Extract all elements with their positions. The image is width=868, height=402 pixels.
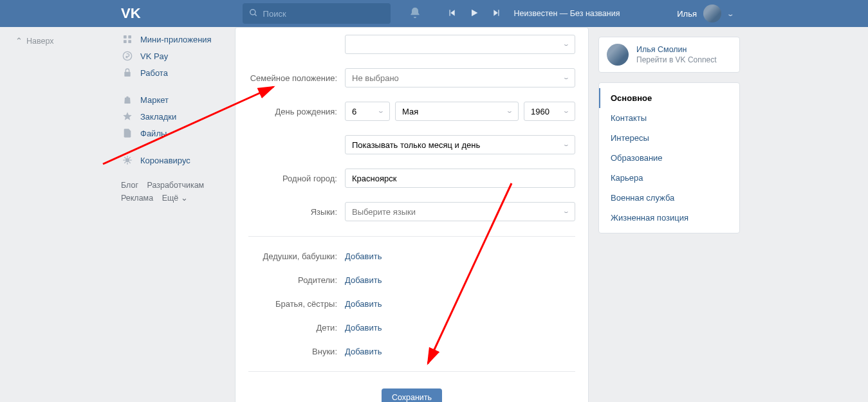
user-menu[interactable]: Илья ⌄: [677, 5, 733, 23]
label: [248, 40, 345, 50]
save-button[interactable]: Сохранить: [382, 388, 442, 402]
tab-military[interactable]: Военная служба: [599, 188, 739, 208]
chevron-down-icon: ⌄: [181, 194, 188, 203]
svg-rect-4: [124, 40, 127, 43]
languages-label: Языки:: [248, 207, 345, 217]
tab-career[interactable]: Карьера: [599, 168, 739, 188]
hometown-input[interactable]: [345, 169, 575, 188]
add-grandchildren-link[interactable]: Добавить: [345, 347, 382, 356]
avatar-icon: [607, 44, 629, 66]
hometown-label: Родной город:: [248, 174, 345, 183]
chevron-down-icon: ⌄: [562, 75, 570, 80]
track-title[interactable]: Неизвестен — Без названия: [514, 9, 620, 18]
children-label: Дети:: [248, 323, 345, 333]
birthday-label: День рождения:: [248, 107, 345, 116]
search-input[interactable]: [263, 9, 384, 19]
svg-rect-5: [128, 40, 131, 43]
nav-label: Мини-приложения: [140, 35, 212, 44]
nav-item-files[interactable]: Файлы: [121, 125, 227, 142]
ruble-icon: [121, 51, 134, 61]
chevron-down-icon: ⌄: [562, 209, 570, 214]
svg-point-0: [250, 9, 255, 14]
footer-links: Блог Разработчикам Реклама Ещё ⌄: [121, 169, 227, 205]
nav-label: Маркет: [140, 95, 169, 105]
birth-month-select[interactable]: Мая⌄: [395, 102, 519, 121]
vk-logo[interactable]: VK: [121, 5, 141, 22]
right-sidebar: Илья Смолин Перейти в VK Connect Основно…: [598, 27, 740, 233]
marital-label: Семейное положение:: [248, 73, 345, 83]
search-icon: [249, 8, 258, 19]
nav-item-mini-apps[interactable]: Мини-приложения: [121, 31, 227, 48]
avatar-icon: [703, 5, 721, 23]
svg-rect-2: [124, 35, 127, 39]
tab-education[interactable]: Образование: [599, 148, 739, 168]
tab-personal-views[interactable]: Жизненная позиция: [599, 208, 739, 228]
footer-more[interactable]: Ещё ⌄: [162, 194, 188, 203]
svg-line-13: [129, 162, 131, 163]
svg-line-15: [129, 157, 131, 158]
svg-rect-3: [128, 35, 131, 39]
surname-select[interactable]: ⌄: [345, 35, 575, 54]
nav-item-market[interactable]: Маркет: [121, 91, 227, 108]
virus-icon: [121, 155, 134, 165]
footer-blog[interactable]: Блог: [121, 181, 138, 190]
svg-line-1: [254, 14, 256, 15]
back-to-top-link[interactable]: ⌃ Наверх: [15, 36, 54, 46]
birth-visibility-select[interactable]: Показывать только месяц и день⌄: [345, 135, 575, 154]
next-track-icon[interactable]: [492, 8, 501, 19]
svg-line-12: [124, 157, 125, 158]
tab-general[interactable]: Основное: [599, 88, 739, 108]
left-sidebar: Мини-приложения VK Pay Работа Маркет Зак…: [121, 27, 227, 205]
top-header: VK Неизвестен — Без названия Илья ⌄: [0, 0, 868, 27]
grandparents-label: Дедушки, бабушки:: [248, 251, 345, 261]
prev-track-icon[interactable]: [447, 8, 456, 19]
add-grandparents-link[interactable]: Добавить: [345, 251, 382, 261]
bag-icon: [121, 95, 134, 105]
nav-item-work[interactable]: Работа: [121, 64, 227, 81]
divider: [248, 371, 575, 372]
nav-label: Работа: [140, 68, 168, 78]
search-input-wrapper[interactable]: [243, 3, 391, 24]
divider: [248, 236, 575, 237]
doc-icon: [121, 128, 134, 138]
nav-label: Закладки: [140, 112, 176, 122]
add-siblings-link[interactable]: Добавить: [345, 299, 382, 309]
profile-card[interactable]: Илья Смолин Перейти в VK Connect: [598, 37, 740, 73]
star-icon: [121, 111, 134, 122]
chevron-down-icon: ⌄: [562, 142, 570, 147]
header-user-name: Илья: [677, 9, 697, 19]
player-controls: [447, 8, 501, 20]
chevron-down-icon: ⌄: [506, 109, 513, 114]
nav-item-coronavirus[interactable]: Коронавирус: [121, 152, 227, 169]
add-children-link[interactable]: Добавить: [345, 323, 382, 333]
languages-select[interactable]: Выберите языки⌄: [345, 202, 575, 221]
settings-tabs: Основное Контакты Интересы Образование К…: [598, 82, 740, 233]
chevron-down-icon: ⌄: [562, 42, 570, 47]
parents-label: Родители:: [248, 275, 345, 285]
play-icon[interactable]: [469, 8, 479, 20]
birth-year-select[interactable]: 1960⌄: [524, 102, 575, 121]
edit-form: ⌄ Семейное положение: Не выбрано⌄ День р…: [235, 27, 589, 402]
profile-name: Илья Смолин: [636, 45, 717, 54]
nav-item-bookmarks[interactable]: Закладки: [121, 108, 227, 125]
vk-connect-link[interactable]: Перейти в VK Connect: [636, 55, 717, 64]
tab-contacts[interactable]: Контакты: [599, 108, 739, 128]
nav-item-vkpay[interactable]: VK Pay: [121, 48, 227, 64]
tab-interests[interactable]: Интересы: [599, 128, 739, 148]
chevron-down-icon: ⌄: [562, 109, 570, 114]
chevron-up-icon: ⌃: [15, 36, 23, 46]
nav-label: Коронавирус: [140, 156, 190, 165]
chevron-down-icon: ⌄: [726, 10, 734, 17]
footer-dev[interactable]: Разработчикам: [147, 181, 205, 190]
marital-select[interactable]: Не выбрано⌄: [345, 68, 575, 87]
add-parents-link[interactable]: Добавить: [345, 275, 382, 285]
footer-ads[interactable]: Реклама: [121, 194, 153, 203]
birth-day-select[interactable]: 6⌄: [345, 102, 390, 121]
notifications-icon[interactable]: [409, 6, 421, 21]
siblings-label: Братья, сёстры:: [248, 299, 345, 309]
nav-label: VK Pay: [140, 51, 168, 61]
grid-icon: [121, 34, 134, 44]
grandchildren-label: Внуки:: [248, 347, 345, 356]
svg-line-14: [124, 162, 125, 163]
lock-icon: [121, 68, 134, 78]
